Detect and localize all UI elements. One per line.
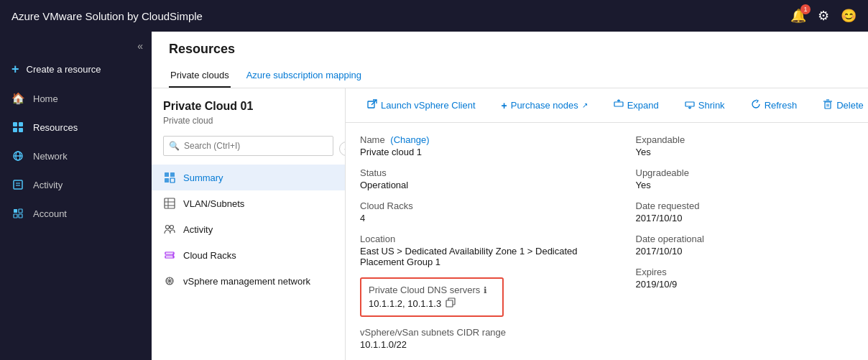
- svg-rect-16: [165, 178, 169, 183]
- sidebar: « + Create a resource 🏠 Home Resources: [0, 32, 152, 360]
- location-value: East US > Dedicated Availability Zone 1 …: [360, 246, 593, 267]
- activity-nav-icon: [163, 223, 176, 236]
- plus-icon: +: [502, 100, 507, 111]
- notification-badge: 1: [800, 4, 811, 14]
- name-value: Private cloud 1: [360, 147, 593, 157]
- nav-item-label: Activity: [183, 224, 213, 235]
- inner-layout: Private Cloud 01 Private cloud 🔍 «: [152, 88, 868, 360]
- purchase-nodes-label: Purchase nodes: [511, 100, 578, 111]
- purchase-nodes-button[interactable]: + Purchase nodes ↗: [494, 96, 595, 115]
- svg-rect-7: [14, 180, 22, 189]
- refresh-label: Refresh: [765, 100, 798, 111]
- name-change-link[interactable]: (Change): [390, 134, 429, 145]
- network-icon: [11, 149, 24, 162]
- svg-rect-3: [19, 128, 23, 132]
- launch-icon: [367, 99, 377, 111]
- svg-rect-25: [165, 256, 174, 258]
- svg-rect-10: [14, 209, 17, 213]
- svg-rect-14: [165, 172, 169, 177]
- nav-item-vsphere-mgmt[interactable]: vSphere management network: [152, 268, 345, 294]
- nav-item-label: VLAN/Subnets: [183, 198, 244, 209]
- expandable-value: Yes: [636, 147, 840, 157]
- svg-rect-38: [825, 102, 831, 109]
- sidebar-item-account[interactable]: Account: [0, 199, 152, 228]
- shrink-label: Shrink: [698, 100, 725, 111]
- user-icon[interactable]: 😊: [841, 8, 857, 24]
- private-cloud-title: Private Cloud 01: [152, 100, 345, 116]
- search-icon: 🔍: [169, 141, 180, 151]
- date-requested-value: 2017/10/10: [636, 213, 840, 223]
- launch-vsphere-label: Launch vSphere Client: [381, 100, 476, 111]
- private-cloud-subtitle: Private cloud: [152, 116, 345, 136]
- detail-content: Name (Change) Private cloud 1 Status Ope…: [346, 123, 868, 360]
- refresh-button[interactable]: Refresh: [744, 96, 805, 115]
- svg-rect-13: [19, 214, 22, 218]
- refresh-icon: [751, 99, 761, 111]
- chevron-left-icon: «: [137, 40, 143, 52]
- svg-rect-15: [170, 172, 175, 177]
- nav-item-summary[interactable]: Summary: [152, 165, 345, 190]
- launch-vsphere-button[interactable]: Launch vSphere Client: [360, 96, 483, 115]
- sidebar-item-home[interactable]: 🏠 Home: [0, 84, 152, 113]
- cloud-racks-icon: [163, 249, 176, 262]
- svg-point-23: [170, 226, 174, 229]
- nav-item-vlan-subnets[interactable]: VLAN/Subnets: [152, 190, 345, 216]
- sidebar-item-activity[interactable]: Activity: [0, 170, 152, 199]
- shrink-button[interactable]: Shrink: [678, 96, 732, 115]
- sidebar-item-resources[interactable]: Resources: [0, 113, 152, 142]
- summary-icon: [163, 171, 176, 184]
- dns-copy-icon[interactable]: [445, 297, 456, 310]
- toolbar: Launch vSphere Client + Purchase nodes ↗: [346, 88, 868, 123]
- sidebar-item-label: Resources: [33, 122, 78, 133]
- expand-button[interactable]: Expand: [606, 96, 666, 115]
- detail-right-section: Expandable Yes Upgradeable Yes Date requ…: [607, 134, 854, 360]
- delete-icon: [823, 99, 833, 111]
- vlan-icon: [163, 197, 176, 210]
- expand-label: Expand: [627, 100, 659, 111]
- svg-rect-0: [13, 122, 17, 126]
- dns-servers-box: Private Cloud DNS servers ℹ 10.1.1.2, 10…: [360, 277, 504, 317]
- upgradeable-label: Upgradeable: [636, 167, 840, 178]
- account-icon: [11, 207, 24, 220]
- cloud-racks-field: Cloud Racks 4: [360, 200, 593, 223]
- create-resource-button[interactable]: + Create a resource: [0, 55, 152, 84]
- delete-button[interactable]: Delete: [816, 96, 868, 115]
- svg-rect-18: [165, 198, 175, 208]
- vsphere-subnets-value: 10.1.1.0/22: [360, 339, 593, 350]
- create-resource-label: Create a resource: [27, 64, 101, 75]
- vsphere-subnets-label: vSphere/vSan subnets CIDR range: [360, 327, 593, 338]
- topbar-icons: 🔔 1 ⚙ 😊: [790, 8, 857, 24]
- expand-icon: [614, 99, 624, 111]
- expires-field: Expires 2019/10/9: [636, 267, 840, 290]
- svg-rect-1: [19, 122, 23, 126]
- date-requested-field: Date requested 2017/10/10: [636, 200, 840, 223]
- vsphere-icon: [163, 274, 176, 287]
- dns-value: 10.1.1.2, 10.1.1.3: [369, 298, 441, 309]
- tab-private-clouds[interactable]: Private clouds: [169, 64, 231, 88]
- sidebar-collapse-btn[interactable]: «: [0, 37, 152, 55]
- svg-rect-24: [165, 252, 174, 254]
- upgradeable-field: Upgradeable Yes: [636, 167, 840, 190]
- search-input[interactable]: [163, 136, 333, 156]
- notification-icon[interactable]: 🔔 1: [790, 8, 806, 24]
- nav-item-activity[interactable]: Activity: [152, 216, 345, 242]
- sidebar-item-label: Home: [33, 93, 58, 104]
- name-field: Name (Change) Private cloud 1: [360, 134, 593, 157]
- svg-rect-34: [614, 102, 623, 106]
- nav-item-cloud-racks[interactable]: Cloud Racks: [152, 242, 345, 268]
- svg-rect-17: [170, 178, 175, 183]
- activity-icon: [11, 178, 24, 191]
- resources-icon: [11, 121, 24, 134]
- sidebar-item-network[interactable]: Network: [0, 142, 152, 170]
- settings-icon[interactable]: ⚙: [818, 8, 829, 24]
- expandable-label: Expandable: [636, 134, 840, 145]
- nav-collapse-button[interactable]: «: [339, 142, 346, 156]
- svg-rect-2: [13, 128, 17, 132]
- tab-azure-subscription[interactable]: Azure subscription mapping: [245, 64, 363, 88]
- cloud-racks-label: Cloud Racks: [360, 200, 593, 211]
- plus-icon: +: [11, 62, 19, 77]
- upgradeable-value: Yes: [636, 180, 840, 190]
- dns-info-icon[interactable]: ℹ: [484, 285, 487, 295]
- nav-item-label: Summary: [183, 172, 223, 183]
- delete-label: Delete: [836, 100, 864, 111]
